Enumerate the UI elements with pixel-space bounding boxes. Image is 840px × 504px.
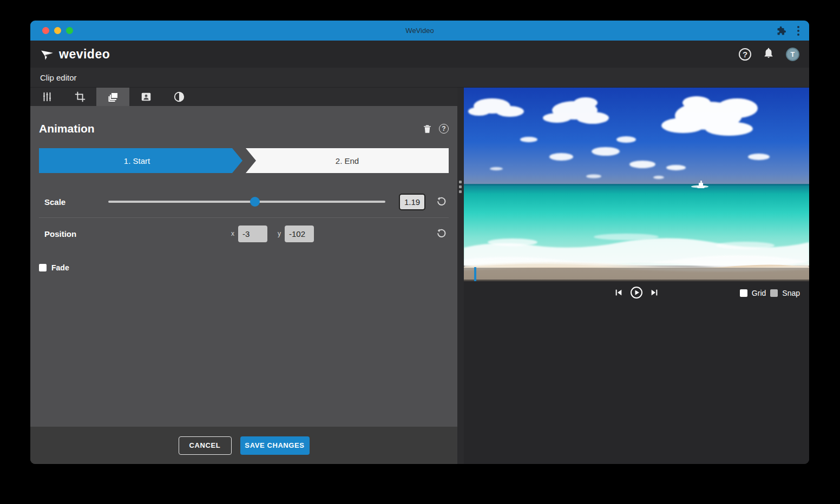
sliders-icon — [41, 91, 53, 103]
position-y-label: y — [278, 230, 281, 237]
playhead[interactable] — [474, 267, 476, 281]
skip-to-start-button[interactable] — [614, 288, 623, 299]
contrast-icon — [173, 91, 185, 103]
skip-start-icon — [614, 288, 623, 297]
tab-adjust[interactable] — [30, 88, 63, 106]
scale-row: Scale — [39, 186, 449, 217]
drag-handle-icon — [459, 181, 462, 193]
wevideo-logo[interactable]: wevideo — [40, 47, 110, 62]
grid-checkbox[interactable] — [740, 289, 747, 297]
fade-checkbox[interactable] — [39, 264, 47, 271]
save-changes-button[interactable]: SAVE CHANGES — [240, 436, 310, 455]
window-title: WeVideo — [30, 26, 809, 35]
scale-reset-button[interactable] — [435, 195, 448, 208]
snap-label: Snap — [782, 289, 800, 297]
crop-icon — [74, 91, 86, 103]
step-end-tab[interactable]: 2. End — [246, 148, 449, 173]
panel-footer: CANCEL SAVE CHANGES — [30, 427, 457, 464]
tab-contrast[interactable] — [162, 88, 195, 106]
wevideo-plane-icon — [40, 47, 54, 61]
layers-icon — [107, 90, 120, 103]
notifications-bell-icon[interactable] — [763, 47, 775, 61]
snap-checkbox[interactable] — [770, 289, 778, 297]
tab-portrait[interactable] — [129, 88, 162, 106]
scale-slider-thumb[interactable] — [250, 197, 260, 207]
position-x-label: x — [231, 230, 234, 237]
delete-animation-trash-icon[interactable] — [422, 123, 432, 135]
skip-end-icon — [650, 288, 659, 297]
tab-crop[interactable] — [63, 88, 96, 106]
panel-resize-divider[interactable] — [457, 88, 464, 464]
beach-video-frame — [464, 88, 809, 281]
position-y-input[interactable] — [285, 226, 314, 242]
breadcrumb-bar: Clip editor — [30, 68, 809, 88]
grid-label: Grid — [752, 289, 766, 297]
portrait-icon — [140, 91, 152, 103]
play-button[interactable] — [630, 286, 643, 301]
app-header: wevideo ? T — [30, 41, 809, 68]
preview-controls: Grid Snap — [464, 281, 809, 305]
skip-to-end-button[interactable] — [650, 288, 659, 299]
video-preview[interactable] — [464, 88, 809, 281]
fade-label: Fade — [51, 263, 69, 272]
panel-help-icon[interactable]: ? — [439, 124, 449, 134]
preview-scrub-bar[interactable] — [464, 268, 809, 281]
fade-row: Fade — [39, 263, 449, 272]
cancel-button[interactable]: CANCEL — [179, 436, 232, 455]
keyframe-steps: 1. Start 2. End — [39, 148, 449, 173]
reset-undo-icon — [436, 228, 447, 239]
position-x-input[interactable] — [238, 226, 267, 242]
tab-animation[interactable] — [96, 88, 129, 106]
step-start-tab[interactable]: 1. Start — [39, 148, 242, 173]
logo-text: wevideo — [59, 47, 110, 62]
scale-slider-track[interactable] — [108, 201, 385, 203]
position-row: Position x y — [39, 218, 449, 249]
sky — [464, 88, 809, 186]
scale-label: Scale — [44, 197, 78, 207]
user-avatar[interactable]: T — [786, 48, 799, 61]
editor-panel: Animation ? 1. Start 2. End Scale — [30, 88, 457, 464]
wevideo-window: WeVideo wevideo ? T Clip editor — [30, 21, 809, 464]
panel-title: Animation — [39, 122, 95, 135]
help-icon[interactable]: ? — [739, 48, 751, 61]
scale-value-input[interactable] — [399, 194, 425, 210]
breadcrumb: Clip editor — [40, 73, 77, 82]
reset-undo-icon — [436, 196, 447, 207]
play-icon — [630, 286, 643, 299]
position-reset-button[interactable] — [435, 227, 448, 240]
preview-empty-space — [464, 305, 809, 464]
animation-panel: Animation ? 1. Start 2. End Scale — [30, 106, 457, 427]
position-label: Position — [44, 229, 82, 238]
browser-titlebar: WeVideo — [30, 21, 809, 41]
editor-tabbar — [30, 88, 457, 106]
preview-area: Grid Snap — [464, 88, 809, 464]
scale-slider[interactable] — [108, 196, 385, 207]
